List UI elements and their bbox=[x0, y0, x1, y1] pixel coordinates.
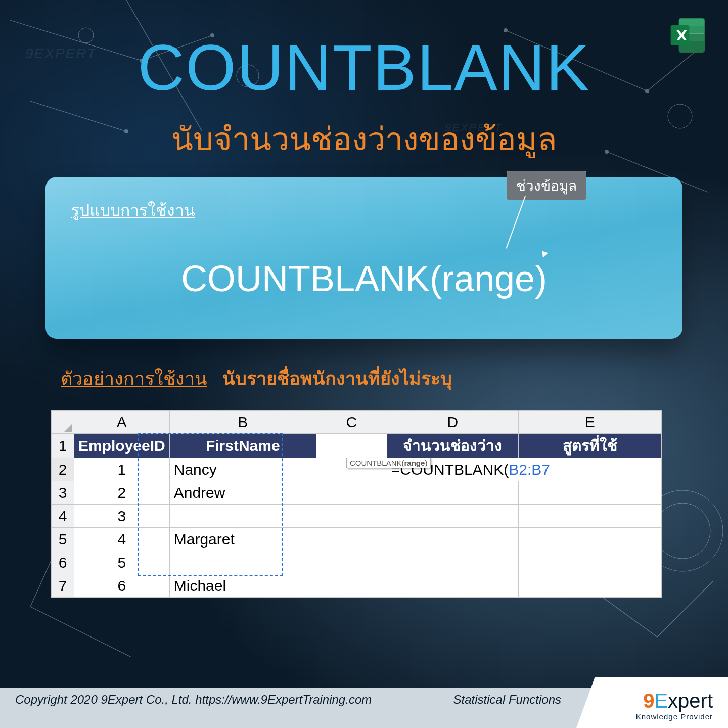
copyright: Copyright 2020 9Expert Co., Ltd. https:/… bbox=[15, 693, 372, 707]
function-subtitle: นับจำนวนช่องว่างของข้อมูล bbox=[0, 114, 728, 164]
row-header[interactable]: 1 bbox=[52, 434, 74, 458]
brand-logo: 9Expert Knowledge Provider bbox=[636, 690, 713, 721]
argument-tag: ช่วงข้อมูล bbox=[507, 171, 586, 200]
col-header[interactable]: B bbox=[169, 411, 316, 434]
brand-tagline: Knowledge Provider bbox=[636, 712, 713, 721]
cell[interactable] bbox=[316, 528, 387, 551]
cell[interactable] bbox=[387, 481, 518, 505]
svg-line-10 bbox=[657, 581, 713, 637]
table-header[interactable]: FirstName bbox=[169, 434, 316, 458]
cell[interactable] bbox=[387, 505, 518, 528]
formula-tooltip: COUNTBLANK(range) bbox=[346, 458, 431, 468]
table-header[interactable]: สูตรที่ใช้ bbox=[518, 434, 661, 458]
col-header[interactable]: E bbox=[518, 411, 661, 434]
function-title: COUNTBLANK bbox=[0, 30, 728, 105]
cell[interactable] bbox=[316, 505, 387, 528]
cell[interactable]: 6 bbox=[74, 574, 170, 598]
table-header[interactable]: จำนวนช่องว่าง bbox=[387, 434, 518, 458]
example-description: นับรายชื่อพนักงานที่ยังไม่ระบุ bbox=[222, 364, 452, 393]
cell[interactable] bbox=[387, 574, 518, 598]
cell[interactable] bbox=[518, 505, 661, 528]
cell[interactable]: 4 bbox=[74, 528, 170, 551]
example-heading: ตัวอย่างการใช้งาน bbox=[61, 364, 207, 393]
cell[interactable] bbox=[169, 551, 316, 574]
table-header[interactable]: EmployeeID bbox=[74, 434, 170, 458]
row-header[interactable]: 5 bbox=[52, 528, 74, 551]
cell[interactable]: Andrew bbox=[169, 481, 316, 505]
row-header[interactable]: 7 bbox=[52, 574, 74, 598]
select-all-corner[interactable] bbox=[52, 411, 74, 434]
tooltip-func: COUNTBLANK bbox=[350, 459, 402, 467]
syntax-formula: COUNTBLANK(range) bbox=[46, 258, 682, 299]
svg-point-21 bbox=[655, 503, 710, 559]
cell[interactable] bbox=[316, 574, 387, 598]
cell[interactable]: 1 bbox=[74, 458, 170, 481]
cell[interactable]: Margaret bbox=[169, 528, 316, 551]
svg-rect-23 bbox=[679, 19, 704, 26]
row-header[interactable]: 4 bbox=[52, 505, 74, 528]
col-header[interactable]: C bbox=[316, 411, 387, 434]
formula-range: B2:B7 bbox=[509, 461, 550, 478]
cell[interactable]: 5 bbox=[74, 551, 170, 574]
cell[interactable]: 2 bbox=[74, 481, 170, 505]
row-header-active[interactable]: 2 bbox=[52, 458, 74, 481]
cell[interactable] bbox=[387, 528, 518, 551]
cell[interactable] bbox=[518, 481, 661, 505]
cell[interactable] bbox=[518, 574, 661, 598]
infographic: 9EXPERT 9EXPERT COUNTBLANK นับจำนวนช่องว… bbox=[0, 0, 728, 728]
col-header[interactable]: A bbox=[74, 411, 170, 434]
cell[interactable] bbox=[518, 551, 661, 574]
cell[interactable] bbox=[316, 551, 387, 574]
tooltip-arg: range bbox=[404, 459, 425, 467]
syntax-panel: รูปแบบการใช้งาน ช่วงข้อมูล COUNTBLANK(ra… bbox=[46, 177, 682, 339]
category-label: Statistical Functions bbox=[453, 693, 561, 707]
footer: Copyright 2020 9Expert Co., Ltd. https:/… bbox=[0, 688, 728, 728]
cell[interactable]: Nancy bbox=[169, 458, 316, 481]
spreadsheet: A B C D E 1 EmployeeID FirstName จำนวนช่… bbox=[51, 410, 662, 598]
cell[interactable] bbox=[169, 505, 316, 528]
syntax-label: รูปแบบการใช้งาน bbox=[71, 197, 657, 223]
cell[interactable] bbox=[316, 481, 387, 505]
cell[interactable]: 3 bbox=[74, 505, 170, 528]
cell[interactable] bbox=[316, 434, 387, 458]
cell[interactable]: Michael bbox=[169, 574, 316, 598]
row-header[interactable]: 6 bbox=[52, 551, 74, 574]
cell[interactable] bbox=[518, 528, 661, 551]
svg-line-8 bbox=[30, 607, 131, 657]
row-header[interactable]: 3 bbox=[52, 481, 74, 505]
cell[interactable] bbox=[387, 551, 518, 574]
col-header[interactable]: D bbox=[387, 411, 518, 434]
